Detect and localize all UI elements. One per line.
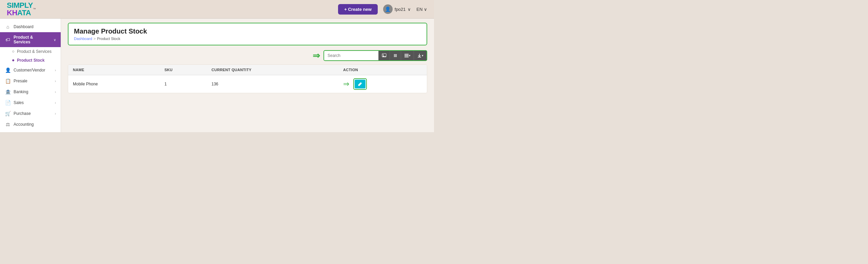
sidebar-label-customer-vendor: Customer/Vendor (14, 68, 52, 73)
action-cell: ⇒ (343, 78, 422, 90)
sidebar-item-sales[interactable]: 📄 Sales › (0, 97, 61, 108)
username-label: fpo21 (395, 7, 406, 12)
table-container: NAME SKU CURRENT QUANTITY ACTION Mobile … (68, 64, 427, 93)
cell-name: Mobile Phone (68, 75, 160, 93)
header-right: + Create new 👤 fpo21 ∨ EN ∨ (338, 4, 427, 15)
table-row: Mobile Phone 1 136 ⇒ (68, 75, 427, 93)
avatar: 👤 (383, 4, 393, 14)
sidebar-sub-label-product-stock: Product Stock (17, 58, 44, 63)
list-view-button[interactable]: ▾ (401, 51, 414, 60)
image-view-button[interactable] (378, 51, 390, 60)
page-header-box: Manage Product Stock Dashboard > Product… (68, 23, 427, 45)
lang-chevron-icon: ∨ (424, 7, 427, 12)
table-header: NAME SKU CURRENT QUANTITY ACTION (68, 65, 427, 75)
toolbar: ⇒ ▾ (68, 50, 427, 61)
chevron-right-icon-purchase: › (55, 112, 56, 116)
customer-icon: 👤 (5, 67, 11, 73)
svg-rect-13 (405, 55, 409, 56)
sidebar-label-product-services: Product & Services (14, 35, 51, 44)
accounting-icon: ⚖ (5, 122, 11, 127)
svg-point-5 (396, 54, 397, 55)
image-icon (382, 53, 387, 58)
sidebar-label-purchase: Purchase (14, 111, 52, 116)
home-icon: ⌂ (5, 24, 11, 29)
page-title: Manage Product Stock (74, 27, 421, 35)
main-layout: ⌂ Dashboard 🏷 Product & Services ∨ Produ… (0, 19, 434, 132)
download-button[interactable]: ▾ (414, 51, 427, 60)
chevron-right-icon-presale: › (55, 79, 56, 83)
sidebar-item-purchase[interactable]: 🛒 Purchase › (0, 108, 61, 119)
sales-icon: 📄 (5, 100, 11, 105)
breadcrumb-home[interactable]: Dashboard (74, 37, 92, 41)
sidebar-item-product-services[interactable]: 🏷 Product & Services ∨ (0, 32, 61, 47)
app-header: SIMPLY KHATA ™ + Create new 👤 fpo21 ∨ EN… (0, 0, 434, 19)
table-body: Mobile Phone 1 136 ⇒ (68, 75, 427, 93)
product-icon: 🏷 (5, 37, 11, 42)
sidebar-sub-item-product-services[interactable]: Product & Services (0, 47, 61, 56)
sidebar-label-dashboard: Dashboard (14, 24, 56, 29)
grid-view-button[interactable] (390, 51, 401, 60)
logo-highlight: KH (7, 8, 17, 17)
sidebar-label-accounting: Accounting (14, 122, 56, 127)
purchase-icon: 🛒 (5, 111, 11, 116)
presale-icon: 📋 (5, 78, 11, 84)
svg-point-4 (395, 54, 396, 55)
col-header-name: NAME (68, 65, 160, 75)
main-content: Manage Product Stock Dashboard > Product… (61, 19, 434, 132)
cell-action: ⇒ (338, 75, 427, 93)
create-new-button[interactable]: + Create new (338, 4, 378, 15)
banking-icon: 🏦 (5, 89, 11, 95)
breadcrumb-current: Product Stock (97, 37, 120, 41)
sidebar-sub-label-product-services: Product & Services (17, 49, 52, 54)
col-header-quantity: CURRENT QUANTITY (207, 65, 338, 75)
col-header-sku: SKU (160, 65, 207, 75)
user-info[interactable]: 👤 fpo21 ∨ (383, 4, 411, 14)
sidebar-item-dashboard[interactable]: ⌂ Dashboard (0, 21, 61, 32)
edit-icon (358, 82, 362, 86)
breadcrumb: Dashboard > Product Stock (74, 37, 421, 41)
download-chevron-icon: ▾ (422, 54, 423, 57)
grid-icon (393, 53, 398, 58)
breadcrumb-separator: > (94, 37, 96, 41)
list-icon (404, 53, 409, 58)
logo-text: SIMPLY KHATA (7, 2, 33, 17)
svg-point-10 (395, 56, 396, 57)
toolbar-btn-group: ▾ ▾ (378, 51, 427, 60)
svg-point-11 (396, 56, 397, 57)
svg-point-9 (394, 56, 395, 57)
svg-point-8 (396, 55, 397, 56)
list-chevron-icon: ▾ (409, 54, 411, 57)
svg-rect-12 (405, 54, 409, 55)
col-header-action: ACTION (338, 65, 427, 75)
sidebar-item-banking[interactable]: 🏦 Banking › (0, 86, 61, 97)
sidebar-item-accounting[interactable]: ⚖ Accounting (0, 119, 61, 130)
sidebar-label-banking: Banking (14, 89, 52, 94)
svg-rect-14 (405, 57, 409, 57)
toolbar-right: ▾ ▾ (323, 50, 427, 61)
chevron-right-icon-sales: › (55, 101, 56, 105)
search-input-wrapper (324, 51, 378, 60)
app-logo: SIMPLY KHATA ™ (7, 2, 36, 17)
svg-rect-15 (418, 57, 421, 58)
edit-stock-button[interactable] (355, 80, 366, 88)
user-chevron-icon: ∨ (408, 7, 411, 12)
sidebar-label-presale: Presale (14, 79, 52, 83)
chevron-down-icon: ∨ (54, 38, 56, 42)
chevron-right-icon-banking: › (55, 90, 56, 94)
cell-sku: 1 (160, 75, 207, 93)
action-btn-box (353, 78, 367, 90)
sidebar-label-sales: Sales (14, 100, 52, 105)
search-input[interactable] (324, 51, 378, 60)
svg-point-6 (394, 55, 395, 56)
language-selector[interactable]: EN ∨ (416, 7, 427, 12)
sidebar-item-presale[interactable]: 📋 Presale › (0, 76, 61, 86)
svg-point-3 (394, 54, 395, 55)
sidebar-item-customer-vendor[interactable]: 👤 Customer/Vendor › (0, 65, 61, 76)
svg-marker-2 (382, 56, 386, 57)
sidebar: ⌂ Dashboard 🏷 Product & Services ∨ Produ… (0, 19, 61, 132)
language-label: EN (416, 7, 422, 12)
sidebar-sub-item-product-stock[interactable]: Product Stock (0, 56, 61, 65)
svg-point-7 (395, 55, 396, 56)
dot-icon (12, 50, 14, 53)
download-icon (417, 53, 422, 58)
